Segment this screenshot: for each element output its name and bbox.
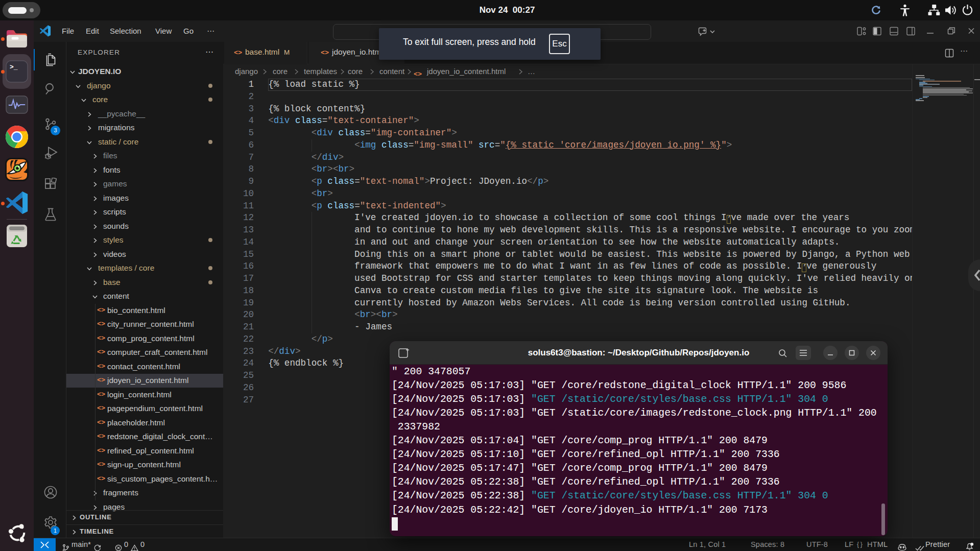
svg-text:>_: >_ bbox=[10, 63, 18, 71]
